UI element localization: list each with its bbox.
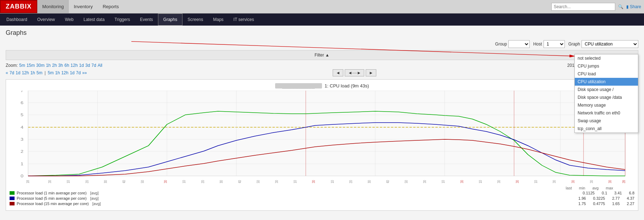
svg-text:0: 0 — [21, 174, 23, 178]
graph-area: 7 6 5 4 3 2 1 0 — [10, 91, 634, 183]
nav-12h-left[interactable]: 12h — [22, 70, 29, 75]
legend-tag-0: [avg] — [90, 191, 99, 195]
legend-last-1: 1.96 — [578, 196, 586, 200]
nav-zoom-button[interactable]: ◄····► — [345, 69, 364, 76]
graph-select[interactable]: CPU utilization — [582, 40, 638, 48]
legend-label-1: Processor load (5 min average per core) — [17, 196, 87, 200]
search-icon[interactable]: 🔍 — [618, 4, 623, 9]
dropdown-item-2[interactable]: CPU load — [575, 70, 638, 78]
graph-dropdown: not selected CPU jumps CPU load CPU util… — [574, 54, 638, 133]
svg-text:18:26:00: 18:26:00 — [590, 180, 594, 183]
share-button[interactable]: ▮ Share — [626, 4, 641, 9]
nav-7d-left[interactable]: 7d — [10, 70, 14, 75]
host-select[interactable]: 1 — [544, 40, 565, 48]
zoom-7d[interactable]: 7d — [92, 63, 96, 68]
nav-1h-left[interactable]: 1h — [30, 70, 35, 75]
legend-row-0: Processor load (1 min average per core) … — [10, 191, 634, 195]
nav-1d-right[interactable]: 1d — [70, 70, 75, 75]
nav-maps[interactable]: Maps — [208, 14, 228, 26]
zoom-all[interactable]: All — [98, 63, 102, 68]
nav-events[interactable]: Events — [135, 14, 158, 26]
nav-monitoring[interactable]: Monitoring — [37, 0, 69, 13]
zoom-5m[interactable]: 5m — [19, 63, 25, 68]
nav-graphs[interactable]: Graphs — [158, 14, 182, 26]
graph-container: ██████████ 1: CPU load (9m 43s) 7 6 5 — [6, 79, 638, 211]
svg-text:1: 1 — [21, 162, 23, 166]
svg-text:07-03 18:18: 07-03 18:18 — [26, 180, 30, 183]
legend-max-1: 4.37 — [627, 196, 634, 200]
svg-text:18:19:50: 18:19:50 — [141, 180, 144, 183]
dropdown-item-9[interactable]: tcp_conn_all — [575, 125, 638, 133]
nav-next-all[interactable]: »» — [82, 70, 87, 75]
zoom-1h[interactable]: 1h — [46, 63, 50, 68]
nav-1d-left[interactable]: 1d — [16, 70, 20, 75]
dropdown-item-5[interactable]: Disk space usage /data — [575, 93, 638, 101]
svg-text:18:22:10: 18:22:10 — [331, 180, 334, 183]
svg-text:2: 2 — [21, 149, 23, 154]
dropdown-item-8[interactable]: Swap usage — [575, 117, 638, 125]
legend-row-1: Processor load (5 min average per core) … — [10, 196, 634, 200]
nav-it-services[interactable]: IT services — [229, 14, 259, 26]
nav-web[interactable]: Web — [60, 14, 78, 26]
graph-title-suffix: 1: CPU load (9m 43s) — [324, 83, 369, 88]
svg-text:18:24:10: 18:24:10 — [534, 180, 538, 183]
svg-text:18:25:00: 18:25:00 — [552, 180, 556, 183]
svg-rect-0 — [28, 91, 625, 176]
legend-max-2: 2.27 — [627, 202, 634, 206]
host-control: Host 1 — [533, 40, 565, 48]
nav-overview[interactable]: Overview — [32, 14, 60, 26]
legend-row-2: Processor load (15 min average per core)… — [10, 202, 634, 206]
zoom-15m[interactable]: 15m — [27, 63, 35, 68]
nav-dashboard[interactable]: Dashboard — [1, 14, 32, 26]
nav-5m-left[interactable]: 5m — [37, 70, 43, 75]
svg-text:18:24:00: 18:24:00 — [497, 180, 501, 183]
dropdown-item-6[interactable]: Memory usage — [575, 101, 638, 109]
nav-latest-data[interactable]: Latest data — [78, 14, 109, 26]
nav-reports[interactable]: Reports — [98, 0, 124, 13]
svg-text:18:19:20: 18:19:20 — [85, 180, 89, 183]
dropdown-item-0[interactable]: not selected — [575, 54, 638, 62]
legend-header-last: last — [566, 186, 572, 190]
nav-inventory[interactable]: Inventory — [69, 0, 98, 13]
legend-avg-0: 3.41 — [614, 191, 622, 195]
zoom-3d[interactable]: 3d — [85, 63, 90, 68]
zoom-30m[interactable]: 30m — [36, 63, 44, 68]
top-navigation: ZABBIX Monitoring Inventory Reports 🔍 ▮ … — [0, 0, 644, 14]
graph-svg: 7 6 5 4 3 2 1 0 — [10, 91, 634, 183]
legend-header-avg: avg — [592, 186, 599, 190]
nav-prev-button[interactable]: ◄ — [333, 69, 343, 76]
nav-triggers[interactable]: Triggers — [110, 14, 135, 26]
svg-text:18:20:30: 18:20:30 — [219, 180, 223, 183]
svg-text:18:23:10: 18:23:10 — [479, 180, 482, 183]
svg-text:6: 6 — [21, 101, 23, 105]
nav-1h-right[interactable]: 1h — [55, 70, 60, 75]
svg-text:18:24:00: 18:24:00 — [515, 180, 519, 183]
nav-5m-right[interactable]: 5m — [48, 70, 54, 75]
nav-12h-right[interactable]: 12h — [61, 70, 69, 75]
dropdown-item-1[interactable]: CPU jumps — [575, 62, 638, 70]
page-title: Graphs — [6, 29, 638, 37]
zoom-3h[interactable]: 3h — [58, 63, 63, 68]
nav-7d-right[interactable]: 7d — [76, 70, 81, 75]
controls-bar: Group Host 1 Graph CPU utilization — [6, 40, 638, 48]
svg-text:18:21:00: 18:21:00 — [275, 180, 279, 183]
group-select[interactable] — [508, 40, 530, 48]
svg-text:07-03 18:28: 07-03 18:28 — [622, 180, 626, 183]
nav-separator: | — [44, 70, 45, 75]
search-input[interactable] — [551, 3, 615, 11]
nav-next-button[interactable]: ► — [366, 69, 376, 76]
dropdown-item-7[interactable]: Network traffic on eth0 — [575, 109, 638, 117]
group-label: Group — [495, 42, 507, 47]
nav-prev-all[interactable]: « — [6, 70, 8, 75]
dropdown-item-3[interactable]: CPU utilization — [575, 78, 638, 86]
nav-screens[interactable]: Screens — [182, 14, 208, 26]
svg-text:18:19:30: 18:19:30 — [104, 180, 108, 183]
filter-bar[interactable]: Filter ▲ — [6, 50, 638, 60]
legend-avg-2: 1.65 — [612, 202, 620, 206]
zoom-2h[interactable]: 2h — [52, 63, 57, 68]
dropdown-item-4[interactable]: Disk space usage / — [575, 86, 638, 93]
zoom-12h[interactable]: 12h — [71, 63, 78, 68]
legend-color-1 — [10, 197, 15, 200]
zoom-6h[interactable]: 6h — [64, 63, 69, 68]
zoom-1d[interactable]: 1d — [79, 63, 84, 68]
